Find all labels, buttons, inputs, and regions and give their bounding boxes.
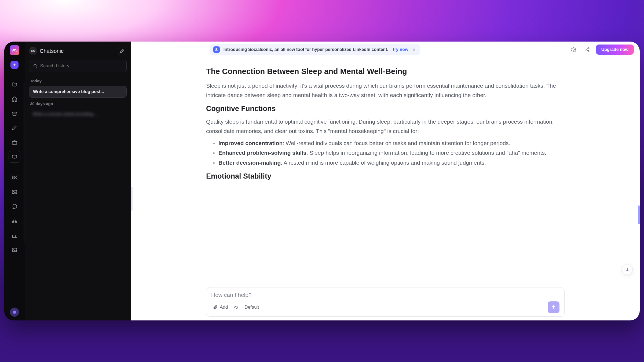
model-selector[interactable]: Default bbox=[243, 304, 261, 311]
rail-scrollbar[interactable] bbox=[24, 82, 24, 243]
bullet-bold: Enhanced problem-solving skills bbox=[218, 150, 306, 156]
folder-icon[interactable] bbox=[9, 79, 20, 90]
svg-point-12 bbox=[573, 49, 575, 50]
sidebar-title: Chatsonic bbox=[40, 48, 115, 54]
voice-mode-button[interactable] bbox=[232, 304, 240, 311]
add-label: Add bbox=[220, 305, 228, 310]
briefcase-icon[interactable] bbox=[9, 136, 20, 148]
bullet-text: : A rested mind is more capable of weigh… bbox=[281, 160, 486, 166]
settings-button[interactable] bbox=[569, 45, 578, 54]
rail-separator bbox=[10, 167, 19, 167]
try-now-link[interactable]: Try now bbox=[392, 47, 408, 52]
bullet-bold: Improved concentration bbox=[218, 140, 283, 146]
svg-point-11 bbox=[34, 64, 36, 67]
composer: How can I help? Add Default bbox=[206, 287, 565, 317]
share-icon bbox=[584, 47, 590, 53]
app-logo[interactable]: WS bbox=[10, 45, 19, 55]
model-label: Default bbox=[244, 305, 259, 310]
topbar-actions: Upgrade now bbox=[569, 45, 634, 55]
svg-point-9 bbox=[14, 312, 14, 312]
svg-rect-2 bbox=[12, 190, 17, 194]
composer-container: How can I help? Add Default bbox=[206, 287, 565, 317]
heading-connection: The Connection Between Sleep and Mental … bbox=[206, 67, 565, 76]
send-button[interactable] bbox=[548, 301, 559, 313]
svg-rect-0 bbox=[12, 141, 17, 144]
article-body: The Connection Between Sleep and Mental … bbox=[206, 67, 565, 180]
svg-rect-1 bbox=[12, 155, 17, 158]
message-icon[interactable] bbox=[9, 201, 20, 212]
banner-close-button[interactable] bbox=[412, 47, 416, 52]
history-sidebar: CS Chatsonic Today Write a comprehensive… bbox=[25, 42, 131, 320]
upgrade-button[interactable]: Upgrade now bbox=[596, 45, 634, 55]
app-window: WS + SEO CS Chatsonic bbox=[4, 42, 640, 320]
list-item: Better decision-making: A rested mind is… bbox=[211, 158, 565, 168]
bullet-bold: Better decision-making bbox=[218, 160, 281, 166]
list-item: Enhanced problem-solving skills: Sleep h… bbox=[211, 148, 565, 158]
scroll-down-button[interactable] bbox=[622, 264, 633, 275]
section-today-label: Today bbox=[30, 79, 126, 83]
cognitive-bullets: Improved concentration: Well-rested indi… bbox=[206, 139, 565, 168]
history-item-active[interactable]: Write a comprehensive blog post... bbox=[29, 86, 127, 98]
rail-separator-2 bbox=[10, 260, 19, 260]
gear-icon bbox=[571, 47, 577, 53]
share-button[interactable] bbox=[583, 45, 592, 54]
sidebar-header: CS Chatsonic bbox=[29, 45, 127, 60]
nav-rail: WS + SEO bbox=[4, 42, 25, 320]
megaphone-icon bbox=[234, 305, 239, 310]
paragraph-connection: Sleep is not just a period of inactivity… bbox=[206, 81, 565, 100]
bullet-text: : Sleep helps in reorganizing informatio… bbox=[306, 150, 546, 156]
paragraph-cognitive: Quality sleep is fundamental to optimal … bbox=[206, 117, 565, 136]
svg-point-8 bbox=[13, 311, 16, 314]
history-item[interactable]: Write a concise article providing ... bbox=[29, 109, 127, 120]
main-pane: S Introducing Socialsonic, an all new to… bbox=[131, 42, 640, 320]
store-icon[interactable] bbox=[9, 108, 20, 119]
list-item: Improved concentration: Well-rested indi… bbox=[211, 139, 565, 148]
analytics-icon[interactable] bbox=[9, 230, 20, 241]
content-area: The Connection Between Sleep and Mental … bbox=[131, 58, 640, 320]
close-icon bbox=[412, 47, 416, 52]
compose-button[interactable] bbox=[118, 47, 126, 55]
section-past-label: 30 days ago bbox=[30, 101, 126, 106]
chatsonic-badge: CS bbox=[30, 47, 36, 54]
app-logo-text: WS bbox=[12, 48, 18, 52]
banner-text: Introducing Socialsonic, an all new tool… bbox=[224, 47, 388, 52]
add-attachment-button[interactable]: Add bbox=[211, 304, 229, 311]
topbar: S Introducing Socialsonic, an all new to… bbox=[131, 42, 640, 58]
socialsonic-badge-text: S bbox=[215, 47, 218, 52]
heading-cognitive: Cognitive Functions bbox=[206, 105, 565, 113]
left-resize-handle[interactable] bbox=[131, 187, 133, 211]
seo-icon[interactable]: SEO bbox=[11, 175, 18, 180]
right-resize-handle[interactable] bbox=[638, 205, 640, 224]
paperclip-icon bbox=[213, 305, 218, 310]
integrations-icon[interactable] bbox=[9, 215, 20, 227]
search-icon bbox=[33, 64, 38, 68]
svg-point-4 bbox=[14, 219, 15, 220]
image-icon[interactable] bbox=[9, 186, 20, 198]
socialsonic-badge: S bbox=[213, 46, 220, 53]
arrow-up-icon bbox=[551, 305, 556, 310]
assistant-avatar-icon[interactable] bbox=[10, 308, 19, 317]
chat-icon[interactable] bbox=[9, 151, 20, 163]
heading-emotional: Emotional Stability bbox=[206, 172, 565, 180]
svg-point-3 bbox=[13, 191, 14, 192]
composer-input[interactable]: How can I help? bbox=[211, 292, 559, 298]
svg-point-10 bbox=[15, 312, 15, 312]
arrow-down-icon bbox=[625, 267, 630, 272]
home-icon[interactable] bbox=[9, 93, 20, 105]
promo-banner: S Introducing Socialsonic, an all new to… bbox=[210, 44, 420, 55]
edit-icon[interactable] bbox=[9, 122, 20, 134]
bullet-text: : Well-rested individuals can focus bett… bbox=[283, 140, 510, 146]
search-input[interactable] bbox=[40, 63, 123, 69]
new-button[interactable]: + bbox=[10, 61, 19, 69]
chatsonic-badge-text: CS bbox=[31, 49, 35, 53]
composer-toolbar: Add Default bbox=[211, 301, 559, 313]
search-history-field[interactable] bbox=[29, 60, 127, 72]
gallery-icon[interactable] bbox=[9, 244, 20, 256]
